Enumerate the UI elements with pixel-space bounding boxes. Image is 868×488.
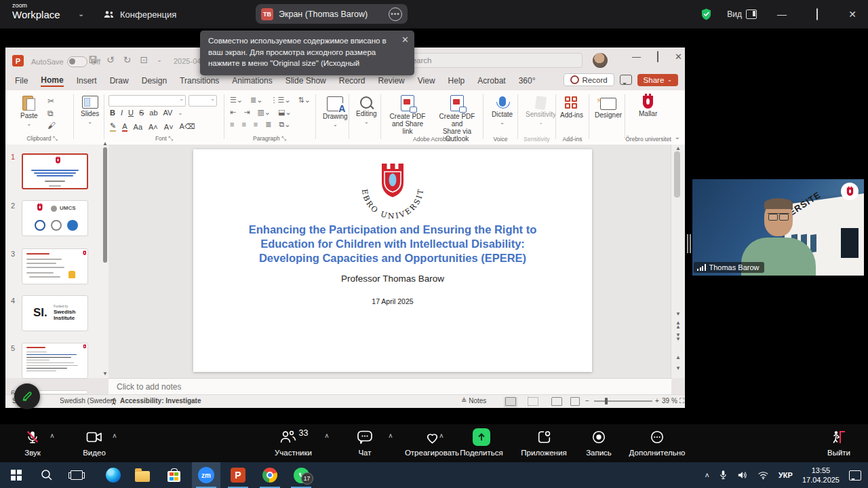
taskbar-search-button[interactable] <box>33 462 61 488</box>
zoom-in-button[interactable]: + <box>655 397 659 405</box>
font-name-combobox[interactable] <box>108 95 186 107</box>
shrink-font-button[interactable]: A˅ <box>164 123 174 131</box>
tab-help[interactable]: Help <box>448 76 465 86</box>
task-view-button[interactable] <box>62 462 91 488</box>
taskbar-zoom[interactable]: zm <box>192 462 220 488</box>
scroll-down-icon[interactable]: ▼ <box>671 312 685 317</box>
normal-view-icon[interactable] <box>504 397 517 407</box>
tab-design[interactable]: Design <box>142 76 167 86</box>
tab-file[interactable]: File <box>15 76 28 86</box>
canvas-scrollbar[interactable]: ▲ ▼ ▲▲ ▼▼ ▲ ▼ <box>671 145 685 378</box>
chat-button[interactable]: Чат <box>342 428 387 457</box>
next-slide-icon[interactable]: ▼▼ <box>671 333 685 341</box>
font-size-combobox[interactable] <box>189 95 217 107</box>
font-color-button[interactable]: A <box>122 122 127 132</box>
qat-chevron-icon[interactable]: ⌄ <box>157 56 162 63</box>
present-button[interactable]: ⊡ <box>140 54 148 65</box>
create-pdf-share-link-button[interactable]: Create PDF and Share link <box>387 95 429 135</box>
security-shield-icon[interactable] <box>701 8 712 20</box>
slide-canvas[interactable]: ÖREBRO UNIVERSITET Enhancing the Partici… <box>108 145 671 378</box>
notes-placeholder[interactable]: Click to add notes <box>117 382 181 392</box>
notes-scroll-up-icon[interactable]: ▲ <box>671 355 685 360</box>
grow-font-button[interactable]: A˄ <box>149 123 158 131</box>
previous-slide-icon[interactable]: ▲▲ <box>671 321 685 329</box>
participants-chevron-icon[interactable]: ˄ <box>325 432 329 440</box>
record-button[interactable]: Record <box>564 73 614 86</box>
action-center-icon[interactable] <box>849 470 861 481</box>
start-button[interactable] <box>2 462 31 488</box>
taskbar-edge[interactable] <box>99 462 127 488</box>
italic-button[interactable]: I <box>121 109 123 117</box>
minimize-button[interactable]: — <box>772 9 792 20</box>
tab-options-icon[interactable]: ••• <box>389 7 402 21</box>
format-painter-icon[interactable]: 🖌 <box>47 121 56 130</box>
redo-button[interactable]: ↻ <box>123 54 132 65</box>
zoom-slider-handle[interactable] <box>605 398 608 405</box>
columns-button[interactable]: ▥⌄ <box>257 108 271 117</box>
tab-home[interactable]: Home <box>41 75 63 87</box>
tray-wifi-icon[interactable] <box>757 471 769 480</box>
language-status[interactable]: Swedish (Sweden) <box>60 397 116 405</box>
tray-chevron-up-icon[interactable]: ˄ <box>705 471 709 479</box>
convert-smartart-button[interactable]: ⧉⌄ <box>279 120 290 129</box>
tab-view[interactable]: View <box>418 76 435 86</box>
accessibility-status[interactable]: Accessibility: Investigate <box>120 397 201 405</box>
taskbar-powerpoint[interactable]: P <box>224 462 252 488</box>
thumbnail-scrollbar[interactable] <box>103 147 107 263</box>
tab-screen-share[interactable]: TB Экран (Thomas Barow) ••• <box>256 4 408 24</box>
scrollbar-thumb[interactable] <box>674 151 680 198</box>
video-panel-drag-handle[interactable] <box>687 234 692 253</box>
participants-button[interactable]: 33 Участники <box>261 428 326 457</box>
tab-animations[interactable]: Animations <box>232 76 272 86</box>
change-case-button[interactable]: Aa <box>134 123 142 131</box>
zoom-slider[interactable] <box>594 400 652 402</box>
taskbar-clock[interactable]: 13:55 17.04.2025 <box>802 466 840 485</box>
slide-thumbnail-4[interactable]: SI. Funded by Swedish Institute <box>22 295 88 331</box>
tab-slide-show[interactable]: Slide Show <box>285 76 326 86</box>
share-screen-button[interactable]: Поделиться <box>453 428 510 457</box>
comments-icon[interactable] <box>620 75 632 85</box>
slide-thumbnail-5[interactable] <box>22 343 88 379</box>
bold-button[interactable]: B <box>110 109 115 117</box>
align-left-button[interactable]: ≡ <box>230 120 234 129</box>
audio-options-chevron-icon[interactable]: ˄ <box>50 432 54 440</box>
video-button[interactable]: Видео <box>73 428 115 457</box>
slide-thumbnail-2[interactable]: UMCS <box>22 200 88 236</box>
notes-scroll-down-icon[interactable]: ▼ <box>671 366 685 371</box>
highlight-pen-button[interactable]: ✎ <box>110 121 116 132</box>
react-chevron-icon[interactable]: ˄ <box>439 432 443 440</box>
toast-close-icon[interactable]: ✕ <box>401 35 409 45</box>
numbering-button[interactable]: ≣⌄ <box>250 96 262 105</box>
ppt-minimize-button[interactable]: — <box>632 52 641 62</box>
designer-button[interactable]: Designer <box>595 98 622 119</box>
undo-button[interactable]: ↺ <box>106 54 115 65</box>
tab-record[interactable]: Record <box>339 76 366 86</box>
participant-video[interactable]: UNIVERSITE Thomas Barow <box>692 179 864 276</box>
ppt-restore-button[interactable] <box>657 52 658 62</box>
view-button[interactable]: Вид <box>727 10 757 19</box>
addins-button[interactable]: Add-ins <box>560 96 583 119</box>
slideshow-view-icon[interactable] <box>570 397 580 407</box>
decrease-indent-button[interactable]: ⇤ <box>230 108 236 117</box>
text-shadow-button[interactable]: ab <box>149 109 157 117</box>
slide-thumbnail-1[interactable] <box>22 153 88 189</box>
audio-button[interactable]: Звук <box>12 428 53 457</box>
more-button[interactable]: Дополнительно <box>619 428 695 457</box>
increase-indent-button[interactable]: ⇥ <box>243 108 250 117</box>
indent-list-button[interactable]: ⋮☰⌄ <box>271 96 291 105</box>
search-input[interactable]: Search <box>387 53 583 68</box>
save-button[interactable]: 🖫 <box>88 54 98 65</box>
chat-chevron-icon[interactable]: ˄ <box>389 432 393 440</box>
ppt-close-button[interactable]: ✕ <box>675 52 682 62</box>
tab-review[interactable]: Review <box>378 76 404 86</box>
thumb-scroll-down-icon[interactable]: ▼ <box>102 371 108 377</box>
strikethrough-button[interactable]: S <box>139 109 144 117</box>
line-spacing-button[interactable]: ⇅⌄ <box>298 96 311 105</box>
dictate-button[interactable]: Dictate⌄ <box>492 96 513 126</box>
copy-icon[interactable]: ⧉ <box>47 109 54 117</box>
editing-button[interactable]: Editing⌄ <box>356 96 377 125</box>
zoom-percentage[interactable]: 39 % <box>662 397 677 405</box>
record-meeting-button[interactable]: Запись <box>575 428 623 457</box>
align-center-button[interactable]: ≡ <box>241 120 245 129</box>
restore-button[interactable] <box>807 9 827 20</box>
